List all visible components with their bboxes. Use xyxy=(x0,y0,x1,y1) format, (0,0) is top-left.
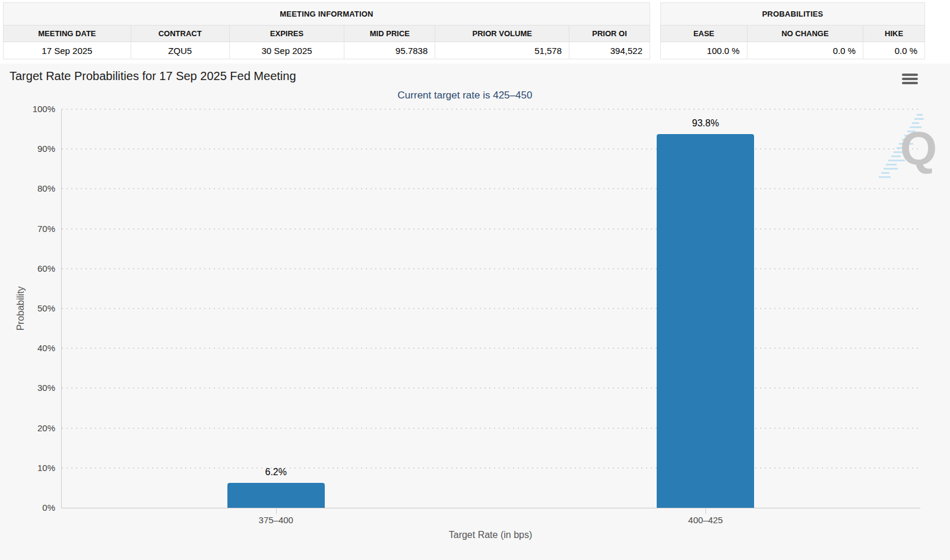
y-axis-tick-label: 60% xyxy=(5,263,55,273)
y-axis-tick-label: 70% xyxy=(5,224,55,234)
plot-area: 0%10%20%30%40%50%60%70%80%90%100%6.2%375… xyxy=(61,109,920,508)
y-axis-line xyxy=(61,109,62,508)
hamburger-bar xyxy=(902,74,918,76)
grid-line xyxy=(62,428,920,429)
column-header: PRIOR OI xyxy=(569,26,650,42)
target-rate-probabilities-chart: Target Rate Probabilities for 17 Sep 202… xyxy=(0,63,950,560)
hike-probability-value: 0.0 % xyxy=(863,42,925,59)
column-header: EASE xyxy=(661,26,748,42)
prior-oi-value: 394,522 xyxy=(569,42,650,59)
expires-value: 30 Sep 2025 xyxy=(229,42,344,59)
grid-line xyxy=(62,467,920,469)
grid-line xyxy=(62,268,920,269)
grid-line xyxy=(62,387,920,389)
y-axis-tick-label: 10% xyxy=(5,463,55,473)
hamburger-bar xyxy=(902,82,918,84)
grid-line xyxy=(62,148,920,149)
column-header: CONTRACT xyxy=(131,26,229,42)
bar-value-label: 93.8% xyxy=(692,118,719,129)
hamburger-menu-icon[interactable] xyxy=(902,74,918,86)
table-header-row: EASE NO CHANGE HIKE xyxy=(661,26,925,42)
x-axis-title: Target Rate (in bps) xyxy=(449,530,533,540)
meeting-date-value: 17 Sep 2025 xyxy=(4,42,131,59)
x-axis-tick-label: 375–400 xyxy=(259,515,293,525)
y-axis-tick-label: 30% xyxy=(5,383,55,393)
x-axis-tick xyxy=(276,508,277,514)
grid-line xyxy=(62,228,920,230)
column-header: MEETING DATE xyxy=(4,26,131,42)
chart-subtitle: Current target rate is 425–450 xyxy=(398,90,533,101)
table-header-row: MEETING DATE CONTRACT EXPIRES MID PRICE … xyxy=(4,26,650,42)
x-axis-tick-label: 400–425 xyxy=(688,515,723,525)
grid-line xyxy=(62,348,920,349)
column-header: HIKE xyxy=(863,26,925,42)
contract-value: ZQU5 xyxy=(131,42,229,59)
probabilities-table: PROBABILITIES EASE NO CHANGE HIKE 100.0 … xyxy=(660,2,925,59)
y-axis-tick-label: 80% xyxy=(5,183,55,193)
y-axis-tick-label: 0% xyxy=(5,502,55,513)
y-axis-tick-label: 50% xyxy=(5,303,55,313)
x-axis-tick xyxy=(705,508,706,514)
x-axis-line xyxy=(61,508,920,508)
prior-volume-value: 51,578 xyxy=(435,42,569,59)
y-axis-tick-label: 20% xyxy=(5,423,55,433)
y-axis-tick-label: 90% xyxy=(5,144,55,154)
chart-title: Target Rate Probabilities for 17 Sep 202… xyxy=(10,69,296,83)
meeting-information-caption: MEETING INFORMATION xyxy=(3,2,650,25)
y-axis-tick-label: 40% xyxy=(5,343,55,353)
column-header: NO CHANGE xyxy=(747,26,863,42)
probability-bar[interactable] xyxy=(657,134,754,508)
hamburger-bar xyxy=(902,78,918,80)
column-header: PRIOR VOLUME xyxy=(435,26,569,42)
table-row: 100.0 % 0.0 % 0.0 % xyxy=(661,42,925,59)
grid-line xyxy=(62,188,920,189)
bar-value-label: 6.2% xyxy=(265,467,287,478)
grid-line xyxy=(62,308,920,309)
column-header: MID PRICE xyxy=(344,26,435,42)
no-change-probability-value: 0.0 % xyxy=(747,42,863,59)
grid-line xyxy=(62,109,920,110)
meeting-information-table: MEETING INFORMATION MEETING DATE CONTRAC… xyxy=(3,2,650,59)
probability-bar[interactable] xyxy=(227,483,325,508)
table-row: 17 Sep 2025 ZQU5 30 Sep 2025 95.7838 51,… xyxy=(4,42,650,59)
column-header: EXPIRES xyxy=(229,26,344,42)
probabilities-caption: PROBABILITIES xyxy=(660,2,925,25)
ease-probability-value: 100.0 % xyxy=(661,42,748,59)
y-axis-tick-label: 100% xyxy=(5,104,55,114)
mid-price-value: 95.7838 xyxy=(344,42,435,59)
